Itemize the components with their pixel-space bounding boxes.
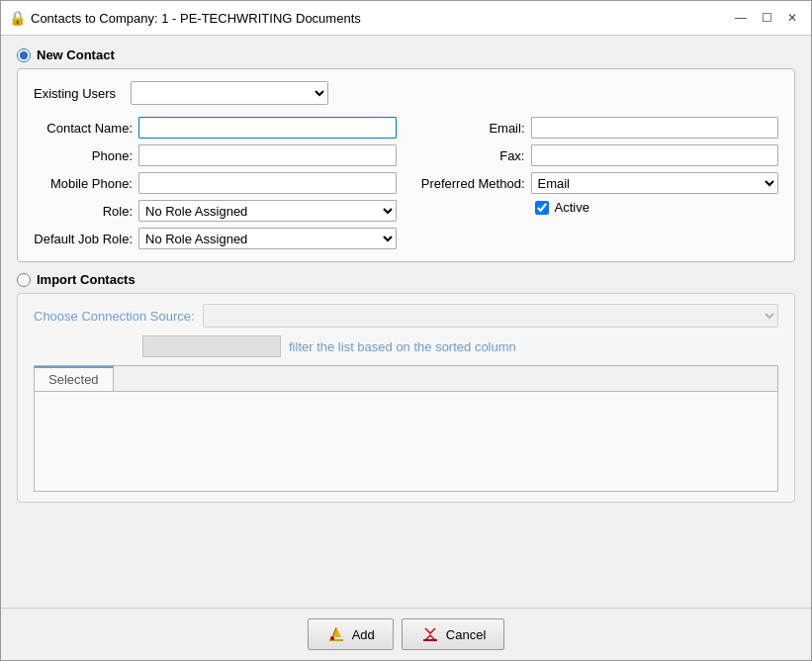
phone-row: Phone:: [34, 144, 397, 166]
tab-selected[interactable]: Selected: [35, 366, 114, 391]
default-job-role-select[interactable]: No Role Assigned: [138, 228, 397, 249]
contact-name-input[interactable]: [138, 117, 397, 139]
cancel-button[interactable]: Cancel: [402, 618, 504, 650]
new-contact-panel: Existing Users Contact Name: Phon: [17, 68, 795, 262]
form-col-left: Contact Name: Phone: Mobile Phone:: [34, 117, 397, 249]
import-contacts-radio[interactable]: [17, 273, 31, 287]
existing-users-select[interactable]: [131, 81, 328, 105]
window-icon: 🔒: [9, 10, 25, 26]
contact-list-container: Selected: [34, 365, 778, 492]
form-grid: Contact Name: Phone: Mobile Phone:: [34, 117, 778, 249]
minimize-button[interactable]: —: [730, 7, 752, 29]
mobile-phone-row: Mobile Phone:: [34, 172, 397, 194]
email-label: Email:: [416, 121, 525, 136]
active-checkbox[interactable]: [535, 201, 549, 215]
fax-label: Fax:: [416, 148, 525, 163]
existing-users-row: Existing Users: [34, 81, 778, 105]
title-bar-left: 🔒 Contacts to Company: 1 - PE-TECHWRITIN…: [9, 10, 361, 26]
main-content: New Contact Existing Users Contact Name:: [1, 36, 811, 608]
svg-marker-4: [424, 628, 436, 640]
title-bar-buttons: — ☐ ✕: [730, 7, 803, 29]
preferred-method-select[interactable]: Email Phone Fax Mobile Phone: [531, 172, 779, 194]
active-row: Active: [416, 200, 779, 215]
add-label: Add: [352, 627, 375, 642]
active-checkbox-row: Active: [531, 200, 589, 215]
filter-input[interactable]: [142, 335, 281, 357]
window-title: Contacts to Company: 1 - PE-TECHWRITING …: [31, 11, 361, 26]
connection-source-label: Choose Connection Source:: [34, 309, 195, 324]
import-contacts-section: Import Contacts Choose Connection Source…: [17, 272, 795, 503]
title-bar: 🔒 Contacts to Company: 1 - PE-TECHWRITIN…: [1, 1, 811, 36]
svg-point-3: [330, 636, 334, 640]
filter-hint-label: filter the list based on the sorted colu…: [289, 339, 516, 354]
tab-content-selected: [35, 392, 777, 491]
default-job-role-row: Default Job Role: No Role Assigned: [34, 228, 397, 249]
existing-users-label: Existing Users: [34, 86, 123, 101]
role-row: Role: No Role Assigned: [34, 200, 397, 222]
import-contacts-label: Import Contacts: [37, 272, 135, 287]
new-contact-label: New Contact: [37, 47, 115, 62]
phone-input[interactable]: [138, 144, 397, 166]
connection-source-select[interactable]: [203, 304, 778, 328]
email-input[interactable]: [531, 117, 779, 139]
tab-headers: Selected: [35, 366, 777, 392]
footer: Add Cancel: [1, 608, 811, 660]
email-row: Email:: [416, 117, 779, 139]
mobile-phone-input[interactable]: [138, 172, 397, 194]
form-col-right: Email: Fax: Preferred Method: Email Phon…: [416, 117, 779, 249]
close-button[interactable]: ✕: [781, 7, 803, 29]
cancel-icon: [420, 624, 440, 644]
filter-row: filter the list based on the sorted colu…: [34, 335, 778, 357]
contact-name-label: Contact Name:: [34, 121, 133, 136]
role-label: Role:: [34, 204, 133, 219]
contact-name-row: Contact Name:: [34, 117, 397, 139]
add-button[interactable]: Add: [308, 618, 394, 650]
fax-row: Fax:: [416, 144, 779, 166]
import-contacts-header: Import Contacts: [17, 272, 795, 287]
connection-source-row: Choose Connection Source:: [34, 304, 778, 328]
main-window: 🔒 Contacts to Company: 1 - PE-TECHWRITIN…: [0, 0, 812, 661]
svg-marker-1: [331, 627, 341, 637]
default-job-role-label: Default Job Role:: [34, 232, 133, 246]
new-contact-section: New Contact Existing Users Contact Name:: [17, 47, 795, 262]
active-label: Active: [555, 200, 589, 215]
new-contact-header: New Contact: [17, 47, 795, 62]
preferred-method-label: Preferred Method:: [416, 176, 525, 191]
phone-label: Phone:: [34, 148, 133, 163]
new-contact-radio[interactable]: [17, 48, 31, 62]
svg-rect-5: [423, 639, 437, 641]
maximize-button[interactable]: ☐: [756, 7, 777, 29]
import-contacts-panel: Choose Connection Source: filter the lis…: [17, 293, 795, 503]
role-select[interactable]: No Role Assigned: [138, 200, 397, 222]
add-icon: [326, 624, 346, 644]
cancel-label: Cancel: [446, 627, 486, 642]
preferred-method-row: Preferred Method: Email Phone Fax Mobile…: [416, 172, 779, 194]
fax-input[interactable]: [531, 144, 779, 166]
mobile-phone-label: Mobile Phone:: [34, 176, 133, 191]
